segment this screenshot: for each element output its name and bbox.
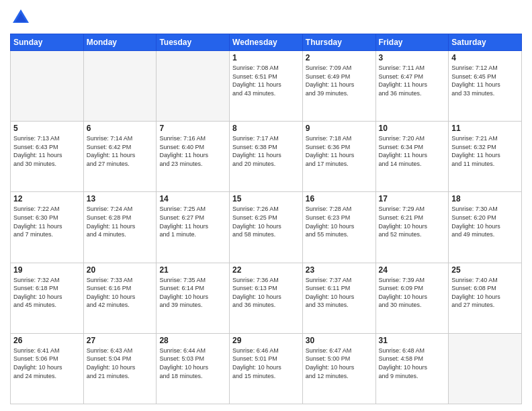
calendar-cell bbox=[11, 51, 84, 122]
day-number: 10 bbox=[379, 124, 446, 133]
calendar-cell: 8Sunrise: 7:17 AM Sunset: 6:38 PM Daylig… bbox=[230, 122, 303, 192]
day-info: Sunrise: 7:33 AM Sunset: 6:16 PM Dayligh… bbox=[87, 276, 154, 310]
day-info: Sunrise: 7:12 AM Sunset: 6:45 PM Dayligh… bbox=[451, 64, 519, 97]
day-number: 19 bbox=[13, 265, 81, 275]
logo bbox=[10, 7, 34, 28]
calendar-cell: 9Sunrise: 7:18 AM Sunset: 6:36 PM Daylig… bbox=[302, 122, 375, 192]
day-info: Sunrise: 7:11 AM Sunset: 6:47 PM Dayligh… bbox=[379, 64, 446, 97]
day-number: 25 bbox=[451, 265, 519, 275]
calendar-cell: 15Sunrise: 7:26 AM Sunset: 6:25 PM Dayli… bbox=[230, 192, 303, 263]
calendar-cell bbox=[449, 333, 522, 404]
col-header-saturday: Saturday bbox=[449, 34, 522, 51]
day-number: 23 bbox=[306, 265, 373, 275]
calendar-cell: 2Sunrise: 7:09 AM Sunset: 6:49 PM Daylig… bbox=[302, 51, 375, 122]
calendar-cell: 3Sunrise: 7:11 AM Sunset: 6:47 PM Daylig… bbox=[375, 51, 449, 122]
day-info: Sunrise: 7:35 AM Sunset: 6:14 PM Dayligh… bbox=[159, 276, 226, 310]
calendar-cell: 7Sunrise: 7:16 AM Sunset: 6:40 PM Daylig… bbox=[157, 122, 230, 192]
day-info: Sunrise: 7:16 AM Sunset: 6:40 PM Dayligh… bbox=[159, 134, 226, 168]
col-header-thursday: Thursday bbox=[302, 34, 375, 51]
calendar-cell: 4Sunrise: 7:12 AM Sunset: 6:45 PM Daylig… bbox=[449, 51, 522, 122]
day-info: Sunrise: 7:37 AM Sunset: 6:11 PM Dayligh… bbox=[306, 276, 373, 310]
calendar-cell: 30Sunrise: 6:47 AM Sunset: 5:00 PM Dayli… bbox=[302, 333, 375, 404]
day-number: 21 bbox=[159, 265, 226, 275]
calendar-cell: 27Sunrise: 6:43 AM Sunset: 5:04 PM Dayli… bbox=[83, 333, 157, 404]
calendar-week-2: 5Sunrise: 7:13 AM Sunset: 6:43 PM Daylig… bbox=[11, 122, 522, 192]
day-number: 5 bbox=[13, 124, 81, 133]
col-header-tuesday: Tuesday bbox=[157, 34, 230, 51]
day-info: Sunrise: 7:22 AM Sunset: 6:30 PM Dayligh… bbox=[13, 205, 81, 238]
day-info: Sunrise: 7:30 AM Sunset: 6:20 PM Dayligh… bbox=[451, 205, 519, 238]
day-info: Sunrise: 6:43 AM Sunset: 5:04 PM Dayligh… bbox=[87, 347, 154, 380]
day-number: 9 bbox=[306, 124, 373, 133]
calendar-cell bbox=[83, 51, 157, 122]
calendar-cell: 10Sunrise: 7:20 AM Sunset: 6:34 PM Dayli… bbox=[375, 122, 449, 192]
calendar-cell: 12Sunrise: 7:22 AM Sunset: 6:30 PM Dayli… bbox=[11, 192, 84, 263]
calendar-week-1: 1Sunrise: 7:08 AM Sunset: 6:51 PM Daylig… bbox=[11, 51, 522, 122]
calendar-week-3: 12Sunrise: 7:22 AM Sunset: 6:30 PM Dayli… bbox=[11, 192, 522, 263]
calendar-cell: 25Sunrise: 7:40 AM Sunset: 6:08 PM Dayli… bbox=[449, 263, 522, 333]
calendar-week-4: 19Sunrise: 7:32 AM Sunset: 6:18 PM Dayli… bbox=[11, 263, 522, 333]
calendar-cell: 24Sunrise: 7:39 AM Sunset: 6:09 PM Dayli… bbox=[375, 263, 449, 333]
calendar-cell: 13Sunrise: 7:24 AM Sunset: 6:28 PM Dayli… bbox=[83, 192, 157, 263]
day-info: Sunrise: 7:08 AM Sunset: 6:51 PM Dayligh… bbox=[232, 64, 300, 97]
day-info: Sunrise: 7:13 AM Sunset: 6:43 PM Dayligh… bbox=[13, 134, 81, 168]
page: SundayMondayTuesdayWednesdayThursdayFrid… bbox=[0, 0, 532, 411]
day-info: Sunrise: 7:18 AM Sunset: 6:36 PM Dayligh… bbox=[306, 134, 373, 168]
calendar-cell: 23Sunrise: 7:37 AM Sunset: 6:11 PM Dayli… bbox=[302, 263, 375, 333]
day-number: 26 bbox=[13, 336, 81, 345]
day-number: 2 bbox=[306, 53, 373, 62]
day-number: 6 bbox=[87, 124, 154, 133]
day-number: 16 bbox=[306, 194, 373, 203]
day-info: Sunrise: 7:14 AM Sunset: 6:42 PM Dayligh… bbox=[87, 134, 154, 168]
calendar-cell bbox=[157, 51, 230, 122]
day-number: 20 bbox=[87, 265, 154, 275]
day-info: Sunrise: 7:20 AM Sunset: 6:34 PM Dayligh… bbox=[379, 134, 446, 168]
col-header-sunday: Sunday bbox=[11, 34, 84, 51]
calendar-cell: 18Sunrise: 7:30 AM Sunset: 6:20 PM Dayli… bbox=[449, 192, 522, 263]
day-info: Sunrise: 7:32 AM Sunset: 6:18 PM Dayligh… bbox=[13, 276, 81, 310]
calendar-cell: 21Sunrise: 7:35 AM Sunset: 6:14 PM Dayli… bbox=[157, 263, 230, 333]
day-number: 7 bbox=[159, 124, 226, 133]
day-info: Sunrise: 6:44 AM Sunset: 5:03 PM Dayligh… bbox=[159, 347, 226, 380]
day-number: 1 bbox=[232, 53, 300, 62]
day-number: 12 bbox=[13, 194, 81, 203]
calendar-cell: 22Sunrise: 7:36 AM Sunset: 6:13 PM Dayli… bbox=[230, 263, 303, 333]
calendar-cell: 5Sunrise: 7:13 AM Sunset: 6:43 PM Daylig… bbox=[11, 122, 84, 192]
col-header-wednesday: Wednesday bbox=[230, 34, 303, 51]
col-header-monday: Monday bbox=[83, 34, 157, 51]
day-info: Sunrise: 7:28 AM Sunset: 6:23 PM Dayligh… bbox=[306, 205, 373, 238]
day-number: 22 bbox=[232, 265, 300, 275]
day-info: Sunrise: 6:46 AM Sunset: 5:01 PM Dayligh… bbox=[232, 347, 300, 380]
day-info: Sunrise: 7:24 AM Sunset: 6:28 PM Dayligh… bbox=[87, 205, 154, 238]
day-number: 31 bbox=[379, 336, 446, 345]
calendar-cell: 31Sunrise: 6:48 AM Sunset: 4:58 PM Dayli… bbox=[375, 333, 449, 404]
header bbox=[10, 7, 522, 28]
calendar-week-5: 26Sunrise: 6:41 AM Sunset: 5:06 PM Dayli… bbox=[11, 333, 522, 404]
day-number: 4 bbox=[451, 53, 519, 62]
day-number: 8 bbox=[232, 124, 300, 133]
day-info: Sunrise: 6:47 AM Sunset: 5:00 PM Dayligh… bbox=[306, 347, 373, 380]
day-info: Sunrise: 7:21 AM Sunset: 6:32 PM Dayligh… bbox=[451, 134, 519, 168]
day-number: 24 bbox=[379, 265, 446, 275]
day-number: 11 bbox=[451, 124, 519, 133]
day-number: 29 bbox=[232, 336, 300, 345]
day-info: Sunrise: 7:40 AM Sunset: 6:08 PM Dayligh… bbox=[451, 276, 519, 310]
day-info: Sunrise: 6:41 AM Sunset: 5:06 PM Dayligh… bbox=[13, 347, 81, 380]
calendar-cell: 16Sunrise: 7:28 AM Sunset: 6:23 PM Dayli… bbox=[302, 192, 375, 263]
calendar-cell: 6Sunrise: 7:14 AM Sunset: 6:42 PM Daylig… bbox=[83, 122, 157, 192]
calendar-cell: 11Sunrise: 7:21 AM Sunset: 6:32 PM Dayli… bbox=[449, 122, 522, 192]
day-info: Sunrise: 7:29 AM Sunset: 6:21 PM Dayligh… bbox=[379, 205, 446, 238]
day-info: Sunrise: 7:09 AM Sunset: 6:49 PM Dayligh… bbox=[306, 64, 373, 97]
day-info: Sunrise: 7:25 AM Sunset: 6:27 PM Dayligh… bbox=[159, 205, 226, 238]
calendar-cell: 19Sunrise: 7:32 AM Sunset: 6:18 PM Dayli… bbox=[11, 263, 84, 333]
day-number: 17 bbox=[379, 194, 446, 203]
day-info: Sunrise: 7:17 AM Sunset: 6:38 PM Dayligh… bbox=[232, 134, 300, 168]
calendar-cell: 29Sunrise: 6:46 AM Sunset: 5:01 PM Dayli… bbox=[230, 333, 303, 404]
day-info: Sunrise: 7:26 AM Sunset: 6:25 PM Dayligh… bbox=[232, 205, 300, 238]
calendar-cell: 28Sunrise: 6:44 AM Sunset: 5:03 PM Dayli… bbox=[157, 333, 230, 404]
calendar-cell: 1Sunrise: 7:08 AM Sunset: 6:51 PM Daylig… bbox=[230, 51, 303, 122]
day-info: Sunrise: 6:48 AM Sunset: 4:58 PM Dayligh… bbox=[379, 347, 446, 380]
day-number: 13 bbox=[87, 194, 154, 203]
generalblue-logo-icon bbox=[10, 7, 32, 28]
calendar-cell: 14Sunrise: 7:25 AM Sunset: 6:27 PM Dayli… bbox=[157, 192, 230, 263]
